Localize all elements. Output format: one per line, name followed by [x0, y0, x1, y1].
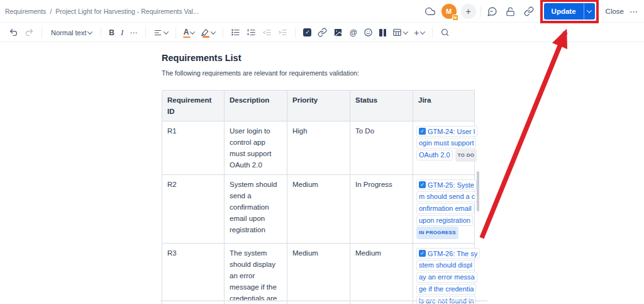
- scrollbar-thumb[interactable]: [477, 171, 479, 211]
- jira-link-text: ay an error messa: [419, 271, 475, 283]
- jira-issue-link[interactable]: ✓GTM-25: Syste: [416, 179, 477, 190]
- alignment-button[interactable]: [151, 26, 170, 39]
- jira-issue-link[interactable]: stem should displ: [416, 260, 475, 271]
- col-header-status[interactable]: Status: [350, 91, 413, 121]
- invite-collaborator-button[interactable]: +: [461, 4, 476, 19]
- cell-description[interactable]: The system should display an error messa…: [225, 244, 287, 304]
- cell-status[interactable]: To Do: [350, 121, 413, 175]
- jira-issue-link[interactable]: m should send a c: [416, 191, 477, 202]
- indent-icon: [278, 28, 287, 37]
- search-icon: [440, 28, 450, 37]
- chevron-down-icon: [190, 29, 195, 34]
- jira-link-text: upon registration: [419, 215, 470, 226]
- cell-description[interactable]: System should send a confirmation email …: [225, 175, 287, 244]
- close-button[interactable]: Close: [604, 8, 625, 15]
- numbered-list-button[interactable]: [244, 26, 258, 39]
- restrictions-button[interactable]: [504, 4, 518, 18]
- table-row: R2 System should send a confirmation ema…: [162, 175, 475, 244]
- editor-toolbar: Normal text B I ⋯ A: [0, 23, 644, 42]
- topbar-divider: [480, 6, 481, 17]
- jira-link-text: stem should displ: [419, 259, 472, 271]
- toolbar-divider: [175, 27, 176, 38]
- table-icon: [392, 28, 402, 37]
- jira-link-text: GTM-24: User l: [428, 126, 475, 137]
- jira-issue-link[interactable]: ✓GTM-26: The sy: [416, 248, 480, 259]
- cell-requirement-id[interactable]: R1: [162, 121, 225, 175]
- jira-status-lozenge: IN PROGRESS: [416, 227, 458, 239]
- bullet-list-button[interactable]: [228, 26, 243, 39]
- update-split-button: Update: [544, 3, 595, 20]
- breadcrumb: Requirements / Project Light for Harvest…: [5, 0, 199, 23]
- insert-more-button[interactable]: +: [411, 26, 427, 40]
- cell-priority[interactable]: Medium: [287, 175, 350, 244]
- text-style-label: Normal text: [51, 29, 86, 37]
- highlight-color-button[interactable]: [198, 26, 218, 39]
- cell-priority[interactable]: Medium: [287, 244, 350, 304]
- cell-jira[interactable]: ✓GTM-25: Syste m should send a c onfirma…: [413, 175, 475, 244]
- copy-link-button[interactable]: [522, 4, 536, 18]
- cell-jira[interactable]: ✓GTM-26: The sy stem should displ ay an …: [413, 244, 475, 304]
- page-title[interactable]: Requirements List: [162, 53, 242, 63]
- jira-issue-link[interactable]: OAuth 2.0: [416, 150, 453, 160]
- toolbar-divider: [145, 27, 146, 38]
- outdent-button[interactable]: [260, 26, 274, 39]
- highlighter-icon: [201, 28, 209, 37]
- jira-issue-link[interactable]: ge if the credentia: [416, 284, 476, 295]
- update-dropdown-button[interactable]: [584, 3, 595, 20]
- insert-image-button[interactable]: [331, 26, 345, 39]
- more-actions-button[interactable]: ⋯: [630, 7, 638, 16]
- breadcrumb-space-link[interactable]: Requirements: [5, 8, 46, 15]
- jira-link-text: onfirmation email: [419, 203, 472, 214]
- italic-button[interactable]: I: [118, 26, 126, 40]
- jira-task-icon: ✓: [419, 181, 426, 188]
- image-icon: [333, 28, 343, 37]
- table-row: R3 The system should display an error me…: [162, 244, 475, 304]
- col-header-description[interactable]: Description: [225, 91, 287, 121]
- cell-jira[interactable]: ✓GTM-24: User l ogin must support OAuth …: [413, 121, 475, 175]
- toolbar-divider: [42, 27, 42, 38]
- text-color-icon: A: [184, 29, 189, 36]
- unlock-icon: [506, 7, 515, 16]
- redo-button[interactable]: [22, 26, 36, 39]
- jira-link-text: m should send a c: [419, 191, 475, 202]
- cell-priority[interactable]: High: [287, 121, 350, 175]
- task-list-button[interactable]: ✓: [301, 26, 314, 38]
- jira-issue-link[interactable]: onfirmation email: [416, 203, 474, 214]
- jira-issue-link[interactable]: upon registration: [416, 215, 473, 226]
- text-color-button[interactable]: A: [181, 27, 197, 38]
- insert-table-button[interactable]: [390, 26, 410, 39]
- text-style-dropdown[interactable]: Normal text: [47, 27, 96, 38]
- requirements-table[interactable]: Requirement ID Description Priority Stat…: [162, 90, 475, 304]
- mention-button[interactable]: @: [347, 26, 360, 39]
- emoji-button[interactable]: [361, 26, 375, 39]
- undo-button[interactable]: [6, 26, 21, 39]
- layout-button[interactable]: [377, 27, 389, 38]
- find-replace-button[interactable]: [438, 26, 452, 39]
- cell-status[interactable]: In Progress: [350, 175, 413, 244]
- bold-button[interactable]: B: [106, 26, 117, 39]
- avatar[interactable]: M M: [441, 4, 457, 19]
- breadcrumb-page-link[interactable]: Project Light for Harvesting - Requireme…: [55, 8, 198, 15]
- col-header-jira[interactable]: Jira: [413, 91, 475, 121]
- intro-paragraph[interactable]: The following requirements are relevant …: [162, 69, 359, 77]
- indent-button[interactable]: [275, 26, 290, 39]
- jira-issue-link[interactable]: ✓GTM-24: User l: [416, 126, 477, 137]
- cell-status[interactable]: Medium: [350, 244, 413, 304]
- jira-issue-link[interactable]: ay an error messa: [416, 272, 477, 283]
- comment-button[interactable]: [486, 4, 499, 18]
- plus-icon: +: [414, 28, 419, 38]
- cell-requirement-id[interactable]: R2: [162, 175, 225, 244]
- insert-link-button[interactable]: [315, 26, 330, 39]
- update-button[interactable]: Update: [544, 3, 584, 20]
- cell-description[interactable]: User login to control app must support O…: [225, 121, 287, 175]
- mention-icon: @: [349, 28, 357, 37]
- jira-status-lozenge: TO DO: [455, 149, 477, 162]
- col-header-priority[interactable]: Priority: [287, 91, 350, 121]
- col-header-requirement-id[interactable]: Requirement ID: [162, 91, 225, 121]
- table-row: R1 User login to control app must suppor…: [162, 121, 475, 175]
- layout-columns-icon: [379, 29, 386, 37]
- more-formatting-button[interactable]: ⋯: [127, 26, 140, 39]
- confluence-editor-window: Requirements / Project Light for Harvest…: [0, 0, 644, 304]
- cell-requirement-id[interactable]: R3: [162, 244, 225, 304]
- jira-issue-link[interactable]: ogin must support: [416, 138, 476, 149]
